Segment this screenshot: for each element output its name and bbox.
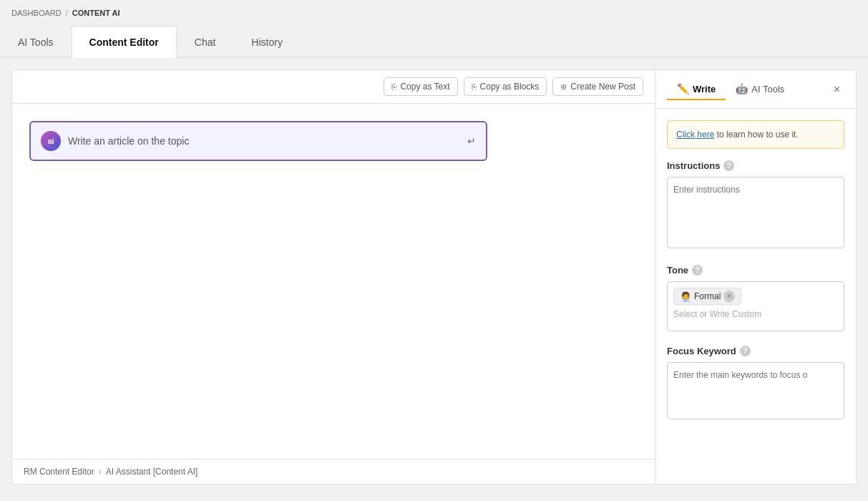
tab-content-editor[interactable]: Content Editor [72, 26, 177, 58]
tone-label: Tone ? [667, 265, 844, 276]
footer-right: AI Assistant [Content AI] [106, 467, 198, 477]
tabs-bar: AI Tools Content Editor Chat History [0, 26, 868, 58]
click-here-link[interactable]: Click here [676, 130, 714, 140]
ai-logo: ai [41, 131, 61, 151]
create-new-post-button[interactable]: ⊕ Create New Post [552, 77, 643, 96]
ai-tools-tab-icon: 🤖 [736, 83, 748, 94]
breadcrumb: DASHBOARD / CONTENT AI [0, 0, 868, 26]
panel-tab-write[interactable]: ✏️ Write [667, 79, 726, 100]
instructions-textarea[interactable] [667, 177, 844, 248]
copy-as-blocks-button[interactable]: ⎘ Copy as Blocks [464, 77, 547, 96]
main-wrapper: ⎘ Copy as Text ⎘ Copy as Blocks ⊕ Create… [11, 69, 857, 485]
focus-keyword-field-group: Focus Keyword ? [667, 346, 844, 422]
info-banner-text: to learn how to use it. [717, 130, 799, 140]
copy-as-text-button[interactable]: ⎘ Copy as Text [384, 77, 457, 96]
tone-tag-label: Formal [694, 291, 721, 301]
editor-panel: ⎘ Copy as Text ⎘ Copy as Blocks ⊕ Create… [12, 70, 655, 484]
ai-input-box[interactable]: ai Write an article on the topic ↵ [29, 121, 487, 161]
footer-separator: › [99, 467, 102, 477]
info-banner: Click here to learn how to use it. [667, 120, 844, 149]
create-post-icon: ⊕ [560, 82, 567, 92]
panel-tab-ai-tools[interactable]: 🤖 AI Tools [726, 79, 794, 100]
right-panel-body: Click here to learn how to use it. Instr… [655, 109, 856, 484]
focus-keyword-label: Focus Keyword ? [667, 346, 844, 356]
editor-toolbar: ⎘ Copy as Text ⎘ Copy as Blocks ⊕ Create… [12, 70, 655, 104]
instructions-help-icon[interactable]: ? [723, 160, 734, 171]
tone-placeholder: Select or Write Custom [673, 309, 838, 319]
ai-input-text: Write an article on the topic [68, 135, 460, 147]
right-panel-header: ✏️ Write 🤖 AI Tools × [655, 70, 856, 109]
write-tab-icon: ✏️ [677, 83, 689, 94]
ai-enter-icon: ↵ [467, 135, 476, 147]
tone-tag-emoji: 🧑‍💼 [680, 291, 691, 302]
right-panel: ✏️ Write 🤖 AI Tools × Click here to lear… [655, 70, 856, 484]
editor-content[interactable]: ai Write an article on the topic ↵ [12, 104, 655, 459]
breadcrumb-home[interactable]: DASHBOARD [11, 9, 62, 17]
breadcrumb-current: CONTENT AI [72, 9, 120, 17]
focus-keyword-textarea[interactable] [667, 362, 844, 419]
tab-chat[interactable]: Chat [177, 26, 234, 58]
breadcrumb-separator: / [66, 9, 68, 17]
tab-ai-tools[interactable]: AI Tools [0, 26, 72, 58]
close-button[interactable]: × [829, 82, 844, 97]
editor-footer: RM Content Editor › AI Assistant [Conten… [12, 459, 655, 484]
copy-blocks-icon: ⎘ [472, 82, 477, 91]
footer-left: RM Content Editor [24, 467, 94, 477]
tone-input-box[interactable]: 🧑‍💼 Formal ✕ Select or Write Custom [667, 281, 844, 331]
tone-tag-close[interactable]: ✕ [723, 291, 735, 302]
tone-help-icon[interactable]: ? [692, 265, 703, 276]
instructions-label: Instructions ? [667, 160, 844, 171]
instructions-field-group: Instructions ? [667, 160, 844, 250]
tab-history[interactable]: History [233, 26, 301, 58]
tone-tag-formal: 🧑‍💼 Formal ✕ [673, 288, 741, 305]
tone-field-group: Tone ? 🧑‍💼 Formal ✕ Select or Write Cust… [667, 265, 844, 331]
focus-keyword-help-icon[interactable]: ? [740, 346, 751, 356]
copy-text-icon: ⎘ [391, 82, 396, 91]
